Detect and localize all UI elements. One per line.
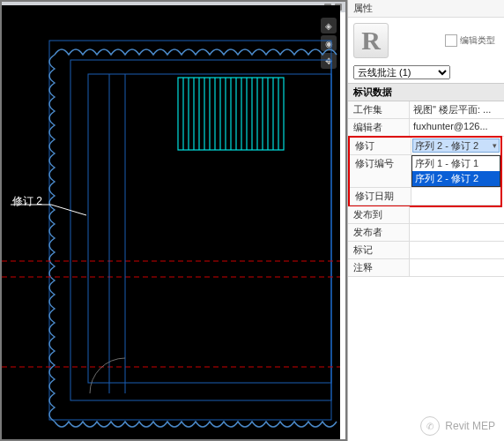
edit-type-label: 编辑类型: [460, 34, 495, 47]
revision-dropdown-list[interactable]: 序列 1 - 修订 1 序列 2 - 修订 2: [411, 155, 500, 187]
revision-tag[interactable]: 修订 2: [12, 194, 42, 209]
cad-drawing: [2, 5, 340, 439]
row-workset[interactable]: 工作集 视图" 楼层平面: ...: [348, 101, 504, 119]
row-issued-to[interactable]: 发布到: [348, 206, 504, 224]
row-comment[interactable]: 注释: [348, 259, 504, 277]
row-revision[interactable]: 修订 序列 2 - 修订 2: [350, 138, 500, 155]
revision-dropdown[interactable]: 序列 2 - 修订 2: [412, 138, 500, 153]
type-selector[interactable]: 云线批注 (1): [353, 65, 450, 79]
row-revision-date[interactable]: 修订日期: [350, 188, 500, 206]
panel-title: 属性: [348, 0, 504, 18]
properties-panel: 属性 R 编辑类型 云线批注 (1) 标识数据 工作集 视图" 楼层平面: ..…: [347, 0, 504, 441]
row-mark[interactable]: 标记: [348, 242, 504, 259]
svg-line-28: [51, 205, 86, 215]
revit-logo-icon: R: [353, 23, 389, 58]
section-identity[interactable]: 标识数据: [348, 84, 504, 101]
properties-grid: 标识数据 工作集 视图" 楼层平面: ... 编辑者 fuxhunter@126…: [348, 83, 504, 277]
watermark: ✆ Revit MEP: [420, 416, 495, 436]
dropdown-option-1[interactable]: 序列 1 - 修订 1: [412, 156, 500, 171]
edit-type-icon: [445, 34, 457, 47]
edit-type-button[interactable]: 编辑类型: [445, 34, 499, 47]
watermark-text: Revit MEP: [445, 420, 495, 432]
drawing-canvas[interactable]: ◈ ◉ ✥: [0, 0, 347, 441]
wechat-icon: ✆: [420, 416, 440, 436]
row-revision-number[interactable]: 修订编号 序列 1 - 修订 1 序列 2 - 修订 2: [350, 155, 500, 188]
revision-highlight-group: 修订 序列 2 - 修订 2 修订编号 序列 1 - 修订 1 序列 2 - 修…: [348, 136, 502, 207]
row-issued-by[interactable]: 发布者: [348, 224, 504, 242]
row-editor[interactable]: 编辑者 fuxhunter@126...: [348, 119, 504, 137]
dropdown-option-2[interactable]: 序列 2 - 修订 2: [412, 171, 500, 186]
hatched-element: [178, 78, 284, 150]
svg-rect-0: [49, 41, 331, 420]
